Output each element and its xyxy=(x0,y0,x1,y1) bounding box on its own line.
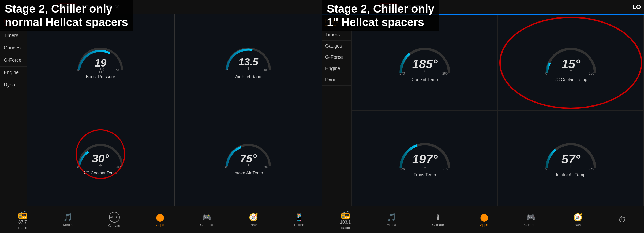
bottom-media-left[interactable]: 🎵 Media xyxy=(63,213,72,227)
left-panel: Stage 2, Chiller only normal Hellcat spa… xyxy=(0,0,322,233)
sidebar-item-engine-left[interactable]: Engine xyxy=(0,67,27,79)
svg-text:320: 320 xyxy=(443,167,448,171)
left-bottom-bar: 📻 87.7 Radio 🎵 Media AUTO Climate ⬤ Apps… xyxy=(0,206,322,233)
svg-text:0: 0 xyxy=(77,69,79,72)
left-main-area: Home Timers Gauges G-Force Engine Dyno xyxy=(0,14,322,206)
left-overlay-line2: normal Hellcat spacers xyxy=(5,16,128,29)
radio-freq-left: 87.7 xyxy=(18,220,27,225)
sidebar-item-timers-left[interactable]: Timers xyxy=(0,30,27,42)
svg-text:260: 260 xyxy=(442,72,448,75)
climate-label-left: Climate xyxy=(108,224,120,228)
media-label-left: Media xyxy=(63,223,72,227)
bottom-apps-right[interactable]: ⬤ Apps xyxy=(480,213,488,227)
climate-icon-right: 🌡 xyxy=(434,213,442,222)
coolant-temp-label: Coolant Temp xyxy=(411,77,438,82)
svg-text:13.5: 13.5 xyxy=(238,56,259,68)
afr-label: Air Fuel Ratio xyxy=(235,74,261,79)
gauge-intake-air-temp-left: 0 250 75° ⬆ Intake Air Temp xyxy=(175,110,322,206)
svg-text:250: 250 xyxy=(264,165,268,168)
svg-text:0: 0 xyxy=(225,165,227,168)
sidebar-item-dyno-left[interactable]: Dyno xyxy=(0,79,27,91)
phone-icon-left: 📱 xyxy=(294,213,304,222)
left-overlay-line1: Stage 2, Chiller only xyxy=(5,2,128,16)
apps-icon-right: ⬤ xyxy=(480,213,488,222)
svg-text:30°: 30° xyxy=(92,152,109,165)
lo-text: LO xyxy=(632,3,641,10)
left-sidebar: Home Timers Gauges G-Force Engine Dyno xyxy=(0,14,27,206)
svg-text:10: 10 xyxy=(225,69,228,72)
svg-text:⬆: ⬆ xyxy=(247,66,250,70)
bottom-radio-left[interactable]: 📻 87.7 Radio xyxy=(18,210,27,230)
iat-label-left: Intake Air Temp xyxy=(234,171,263,176)
bottom-climate-left[interactable]: AUTO Climate xyxy=(108,212,120,228)
controls-label-right: Controls xyxy=(524,223,537,227)
svg-text:75°: 75° xyxy=(240,152,257,165)
bottom-nav-right[interactable]: 🧭 Nav xyxy=(573,213,583,227)
climate-label-right: Climate xyxy=(432,223,444,227)
bottom-apps-left[interactable]: ⬤ Apps xyxy=(156,213,164,227)
phone-label-left: Phone xyxy=(294,223,304,227)
bottom-media-right[interactable]: 🎵 Media xyxy=(387,213,396,227)
svg-text:0: 0 xyxy=(77,165,79,168)
right-main-area: Home Timers Gauges G-Force Engine Dyno xyxy=(322,15,644,206)
nav-icon-left: 🧭 xyxy=(249,213,258,222)
bottom-nav-left[interactable]: 🧭 Nav xyxy=(249,213,258,227)
bottom-radio-right[interactable]: 📻 103.1 Radio xyxy=(340,210,351,230)
bottom-controls-left[interactable]: 🎮 Controls xyxy=(200,213,213,227)
sidebar-item-gauges-right[interactable]: Gauges xyxy=(322,41,351,52)
bottom-controls-right[interactable]: 🎮 Controls xyxy=(524,213,537,227)
sidebar-item-dyno-right[interactable]: Dyno xyxy=(322,74,351,86)
sidebar-item-gforce-left[interactable]: G-Force xyxy=(0,54,27,67)
sidebar-item-engine-right[interactable]: Engine xyxy=(322,63,351,74)
gauge-intake-air-temp-right: 0 250 57° ⬆ Intake Air Temp xyxy=(498,111,643,206)
boost-gauge-svg: 0 30 19 in.Hg ⊙ xyxy=(75,45,126,73)
nav-icon-right: 🧭 xyxy=(573,213,583,222)
left-gauges-grid: 0 30 19 in.Hg ⊙ Boost Pressure xyxy=(27,14,322,206)
right-overlay-line2: 1" Hellcat spacers xyxy=(327,16,434,29)
svg-text:🌡: 🌡 xyxy=(423,69,426,73)
svg-text:170: 170 xyxy=(399,72,405,75)
radio-icon-right: 📻 xyxy=(341,210,350,219)
svg-text:⊙: ⊙ xyxy=(569,69,572,73)
svg-text:197°: 197° xyxy=(412,152,438,166)
trans-temp-label: Trans Temp xyxy=(414,173,436,177)
svg-text:15°: 15° xyxy=(561,57,580,71)
nav-label-right: Nav xyxy=(575,223,581,227)
svg-text:250: 250 xyxy=(116,165,121,168)
sidebar-item-gauges-left[interactable]: Gauges xyxy=(0,42,27,54)
svg-text:18: 18 xyxy=(264,69,267,72)
svg-text:⊙: ⊙ xyxy=(423,165,426,169)
climate-auto-badge: AUTO xyxy=(109,212,120,223)
left-overlay: Stage 2, Chiller only normal Hellcat spa… xyxy=(0,0,133,31)
svg-text:185°: 185° xyxy=(412,57,438,71)
bottom-gauge-icon-right[interactable]: ⏱ xyxy=(619,215,626,224)
svg-text:⬆: ⬆ xyxy=(247,163,250,167)
media-label-right: Media xyxy=(387,223,396,227)
bottom-phone-left[interactable]: 📱 Phone xyxy=(294,213,304,227)
gauge-icon-right: ⏱ xyxy=(619,215,626,224)
media-icon-right: 🎵 xyxy=(387,213,396,222)
gauge-air-fuel-ratio: 10 18 13.5 ⬆ Air Fuel Ratio xyxy=(175,14,322,110)
ic-coolant-label-right: I/C Coolant Temp xyxy=(554,77,587,82)
boost-pressure-label: Boost Pressure xyxy=(86,74,115,79)
svg-text:57°: 57° xyxy=(561,152,580,166)
gauge-ic-coolant-temp-right: 0 250 15° ⊙ I/C Coolant Temp xyxy=(498,15,643,110)
radio-label-right: Radio xyxy=(341,226,350,230)
coolant-temp-gauge-svg: 170 260 185° 🌡 xyxy=(397,43,453,76)
apps-label-left: Apps xyxy=(156,223,164,227)
svg-text:0: 0 xyxy=(545,167,547,171)
sidebar-item-gforce-right[interactable]: G-Force xyxy=(322,52,351,63)
right-gauges-grid: 170 260 185° 🌡 Coolant Temp xyxy=(351,15,644,206)
media-icon-left: 🎵 xyxy=(63,213,73,222)
apps-icon-left: ⬤ xyxy=(156,213,164,222)
svg-text:250: 250 xyxy=(589,72,594,75)
iat-gauge-right-svg: 0 250 57° ⬆ xyxy=(543,139,599,171)
radio-icon-left: 📻 xyxy=(18,210,27,219)
gauge-ic-coolant-temp-left: 0 250 30° ⊙ I/C Coolant Temp xyxy=(27,110,174,206)
ic-coolant-label-left: I/C Coolant Temp xyxy=(84,171,117,176)
right-bottom-bar: 📻 103.1 Radio 🎵 Media 🌡 Climate ⬤ Apps 🎮… xyxy=(322,206,644,233)
bottom-climate-right[interactable]: 🌡 Climate xyxy=(432,213,444,227)
right-overlay: Stage 2, Chiller only 1" Hellcat spacers xyxy=(322,0,439,31)
svg-text:⬆: ⬆ xyxy=(569,165,572,169)
iat-gauge-svg: 0 250 75° ⬆ xyxy=(223,141,274,169)
